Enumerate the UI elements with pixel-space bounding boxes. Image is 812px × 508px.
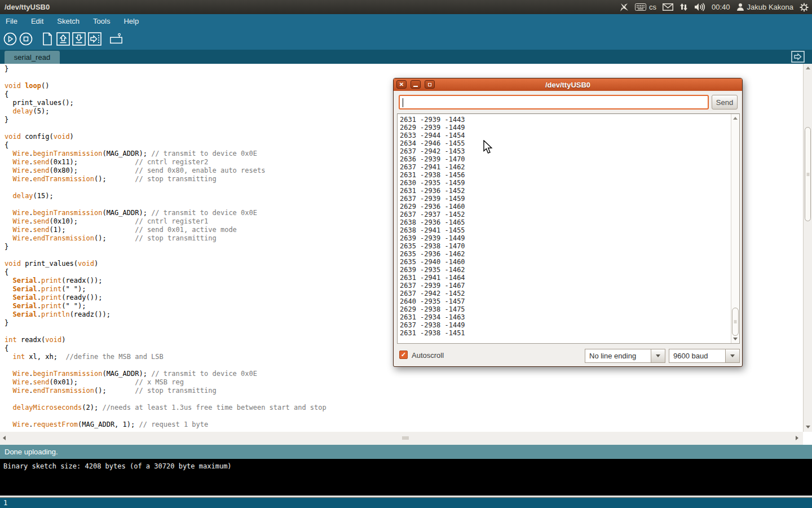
serial-data-row: 2638 -2936 -1465	[400, 218, 739, 226]
tab-menu-button[interactable]	[791, 51, 805, 63]
line-ending-dropdown-button[interactable]	[651, 349, 665, 363]
verify-button[interactable]	[3, 32, 17, 46]
serial-monitor-button[interactable]	[109, 32, 123, 46]
right-arrow-icon	[88, 32, 102, 46]
serial-scrollbar[interactable]	[731, 114, 739, 343]
status-bar: Done uploading.	[0, 445, 812, 459]
send-button[interactable]: Send	[712, 95, 738, 110]
line-indicator-bar: 1	[0, 497, 812, 508]
serial-data-row: 2631 -2939 -1443	[400, 116, 739, 124]
scroll-up-arrow-icon[interactable]	[806, 67, 810, 69]
open-button[interactable]	[56, 32, 70, 46]
stop-circle-icon	[19, 32, 33, 46]
serial-data-row: 2631 -2941 -1464	[400, 274, 739, 282]
code-line	[5, 395, 803, 404]
chevron-down-icon	[730, 354, 735, 357]
autoscroll-checkbox[interactable]: ✓	[399, 351, 408, 359]
serial-data-row: 2637 -2937 -1452	[400, 211, 739, 218]
user-name-label: Jakub Kakona	[747, 3, 793, 11]
serial-input[interactable]	[399, 95, 709, 110]
code-line: }	[5, 65, 803, 73]
status-message: Done uploading.	[5, 448, 58, 456]
code-line: delayMicroseconds(2); //needs at least 1…	[5, 404, 803, 412]
user-menu[interactable]: Jakub Kakona	[736, 3, 793, 11]
panel-window-title: /dev/ttyUSB0	[5, 3, 50, 11]
user-icon	[736, 3, 744, 11]
system-tray: cs 00:40 Jakub Kakona	[620, 0, 809, 14]
network-updown-icon[interactable]	[679, 3, 688, 11]
autoscroll-label: Autoscroll	[412, 351, 444, 360]
build-console: Binary sketch size: 4208 bytes (of a 307…	[0, 459, 812, 496]
baud-rate-dropdown[interactable]: 9600 baud	[669, 349, 740, 363]
serial-options-row: ✓ Autoscroll No line ending 9600 baud	[394, 347, 742, 363]
tab-arrow-icon	[791, 51, 805, 63]
serial-data-row: 2635 -2940 -1460	[400, 258, 739, 266]
serial-data-row: 2640 -2935 -1457	[400, 297, 739, 305]
line-ending-value: No line ending	[585, 349, 651, 363]
serial-data-row: 2637 -2941 -1462	[400, 163, 739, 171]
line-ending-dropdown[interactable]: No line ending	[585, 349, 665, 363]
serial-data-row: 2635 -2938 -1470	[400, 242, 739, 250]
serial-data-row: 2631 -2936 -1452	[400, 187, 739, 195]
code-line: Wire.send(0x01); // x MSB reg	[5, 378, 803, 387]
scroll-right-arrow-icon[interactable]	[796, 436, 798, 440]
serial-window-titlebar[interactable]: ✕ /dev/ttyUSB0	[394, 78, 742, 91]
volume-icon[interactable]	[694, 3, 705, 11]
chevron-down-icon	[656, 354, 660, 357]
upload-button[interactable]	[88, 32, 102, 46]
menu-item-file[interactable]: File	[6, 17, 17, 25]
panel-clock[interactable]: 00:40	[712, 3, 730, 11]
session-gear-icon[interactable]	[800, 3, 809, 12]
serial-data-row: 2635 -2936 -1462	[400, 250, 739, 258]
keyboard-layout-label: cs	[649, 3, 656, 11]
serial-data-row: 2638 -2941 -1455	[400, 226, 739, 234]
stop-button[interactable]	[19, 32, 33, 46]
serial-data-row: 2637 -2942 -1452	[400, 290, 739, 297]
new-sketch-button[interactable]	[41, 32, 54, 46]
serial-data-row: 2633 -2944 -1454	[400, 132, 739, 139]
scroll-down-arrow-icon[interactable]	[806, 426, 810, 428]
serial-data-row: 2629 -2936 -1460	[400, 203, 739, 211]
keyboard-layout-indicator[interactable]: cs	[635, 3, 656, 11]
menu-item-tools[interactable]: Tools	[93, 17, 110, 25]
serial-data-row: 2631 -2938 -1451	[400, 329, 739, 337]
screen: /dev/ttyUSB0 cs 00:40 Jaku	[0, 0, 812, 508]
editor-horizontal-scrollbar[interactable]	[0, 432, 803, 445]
serial-data-row: 2634 -2946 -1455	[400, 139, 739, 147]
mail-icon[interactable]	[663, 3, 673, 11]
minimize-icon[interactable]	[411, 80, 421, 89]
menu-item-sketch[interactable]: Sketch	[57, 17, 80, 25]
toolbar	[0, 28, 812, 50]
console-text: Binary sketch size: 4208 bytes (of a 307…	[3, 462, 232, 470]
tab-serial-read[interactable]: serial_read	[5, 51, 60, 64]
code-line	[5, 412, 803, 421]
baud-rate-value: 9600 baud	[669, 349, 725, 363]
close-icon[interactable]: ✕	[396, 80, 407, 89]
menu-item-help[interactable]: Help	[123, 17, 139, 25]
text-caret	[403, 98, 403, 107]
scroll-left-arrow-icon[interactable]	[3, 436, 6, 440]
serial-data-row: 2630 -2935 -1459	[400, 179, 739, 187]
editor-vertical-scrollbar[interactable]	[803, 64, 812, 432]
serial-data-row: 2637 -2942 -1453	[400, 147, 739, 155]
baud-dropdown-button[interactable]	[725, 349, 740, 363]
serial-data-row: 2629 -2939 -1449	[400, 124, 739, 132]
editor-vscroll-thumb[interactable]	[805, 127, 811, 221]
serial-data-row: 2639 -2935 -1462	[400, 266, 739, 274]
mouse-cursor	[483, 140, 493, 157]
up-arrow-icon	[56, 32, 70, 46]
serial-data-row: 2636 -2939 -1470	[400, 155, 739, 163]
pinwheel-icon[interactable]	[620, 3, 629, 12]
serial-scroll-down-icon[interactable]	[733, 338, 738, 340]
code-line: Wire.requestFrom(MAG_ADDR, 1); // reques…	[5, 421, 803, 429]
keyboard-icon	[635, 3, 646, 11]
maximize-icon[interactable]	[425, 80, 435, 89]
serial-scroll-thumb[interactable]	[732, 308, 739, 336]
line-number: 1	[3, 499, 7, 507]
serial-output-area[interactable]: 2631 -2939 -14432629 -2939 -14492633 -29…	[397, 113, 740, 344]
serial-scroll-up-icon[interactable]	[733, 117, 738, 120]
menu-item-edit[interactable]: Edit	[31, 17, 43, 25]
save-button[interactable]	[72, 32, 86, 46]
serial-data-row: 2631 -2938 -1456	[400, 171, 739, 179]
serial-data-row: 2631 -2934 -1463	[400, 313, 739, 321]
